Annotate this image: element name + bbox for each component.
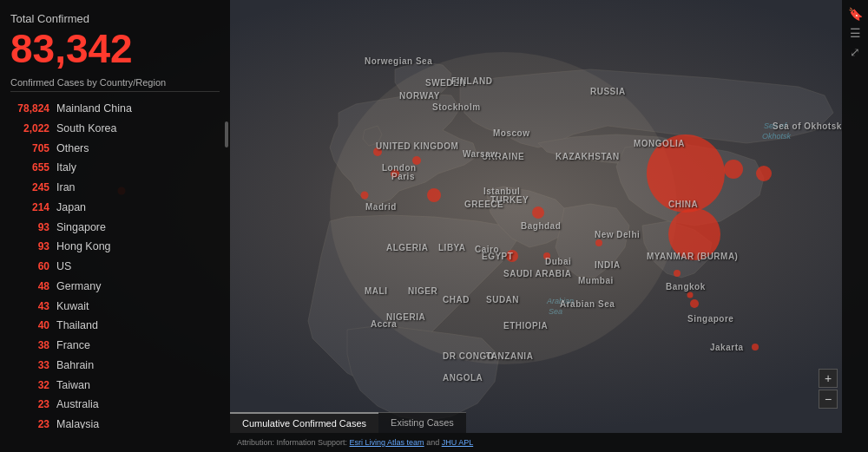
list-item: 705Others — [10, 139, 220, 159]
list-item: 78,824Mainland China — [10, 99, 220, 119]
list-item: 32Taiwan — [10, 376, 220, 396]
zoom-in-button[interactable]: + — [819, 369, 838, 388]
map-dot-australia — [752, 344, 759, 350]
map-dot-singapore — [690, 299, 699, 308]
map-dot-france — [391, 169, 399, 178]
total-number: 83,342 — [10, 29, 220, 69]
map-dot-iran — [532, 206, 544, 219]
zoom-out-button[interactable]: − — [819, 390, 838, 409]
map-dot-malaysia — [687, 292, 694, 298]
list-item: 48Germany — [10, 277, 220, 297]
expand-icon[interactable]: ⤢ — [850, 45, 860, 59]
map-dot-middle-east — [506, 250, 518, 262]
attribution-text: Attribution: Information Support: Esri L… — [237, 438, 473, 447]
list-item: 43Kuwait — [10, 297, 220, 317]
total-confirmed-label: Total Confirmed — [10, 12, 220, 25]
list-item: 40Thailand — [10, 316, 220, 336]
map-dot-germany — [412, 156, 421, 165]
section-title: Confirmed Cases by Country/Region — [10, 77, 220, 92]
list-item: 33Bahrain — [10, 356, 220, 376]
tabs-container[interactable]: Cumulative Confirmed CasesExisting Cases — [230, 412, 466, 433]
svg-text:Okhotsk: Okhotsk — [762, 132, 792, 141]
list-item: 93Singapore — [10, 218, 220, 238]
map-dot-south-korea — [724, 160, 743, 179]
list-item: 2,022South Korea — [10, 119, 220, 139]
tab-cumulative-confirmed-cases[interactable]: Cumulative Confirmed Cases — [230, 412, 378, 433]
list-item: 214Japan — [10, 198, 220, 218]
list-item: 23Malaysia — [10, 415, 220, 429]
scroll-indicator — [225, 121, 228, 147]
list-item: 655Italy — [10, 158, 220, 178]
list-item: 38France — [10, 336, 220, 356]
map-dot-spain — [361, 192, 369, 200]
left-panel: Total Confirmed 83,342 Confirmed Cases b… — [0, 0, 230, 452]
list-item: 245Iran — [10, 178, 220, 198]
map-dot-india — [595, 239, 602, 246]
list-item: 93Hong Kong — [10, 237, 220, 257]
country-list[interactable]: 78,824Mainland China2,022South Korea705O… — [10, 99, 220, 429]
bookmark-icon[interactable]: 🔖 — [848, 7, 863, 21]
list-item: 23Australia — [10, 395, 220, 415]
attribution-bar: Attribution: Information Support: Esri L… — [230, 433, 842, 452]
svg-text:Sea of: Sea of — [764, 121, 788, 130]
map-dot-thailand — [674, 270, 681, 277]
jhu-link[interactable]: JHU APL — [442, 438, 474, 447]
zoom-controls: + − — [819, 369, 838, 409]
map-dot-japan — [756, 166, 772, 181]
tab-existing-cases[interactable]: Existing Cases — [378, 412, 466, 433]
map-dot-china-main — [647, 134, 725, 213]
map-dot-uk — [373, 147, 382, 156]
svg-point-5 — [330, 52, 677, 364]
right-panel: 🔖 ☰ ⤢ — [842, 0, 868, 452]
map-dot-china-south — [668, 208, 720, 260]
esri-link[interactable]: Esri Living Atlas team — [350, 438, 424, 447]
map-dot-dubai — [543, 252, 550, 259]
list-icon[interactable]: ☰ — [850, 26, 861, 40]
list-item: 60US — [10, 257, 220, 277]
map-dot-italy — [427, 188, 441, 202]
